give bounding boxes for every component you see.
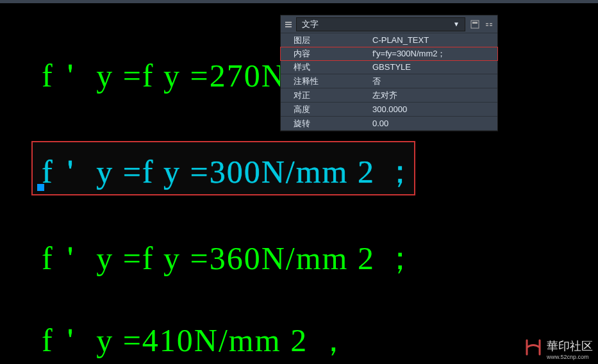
svg-rect-6 xyxy=(490,23,492,24)
prop-value: 0.00 xyxy=(367,119,497,128)
prop-label: 内容 xyxy=(281,48,367,60)
svg-rect-1 xyxy=(285,24,292,25)
panel-object-type-dropdown[interactable]: 文字 ▼ xyxy=(296,17,465,31)
watermark: 華印社区 www.52cnp.com xyxy=(524,338,593,360)
svg-rect-4 xyxy=(472,22,478,24)
properties-panel: 文字 ▼ 图层 C-PLAN_TEXT 内容 f'y=fy=300N/mm2； … xyxy=(280,15,498,131)
prop-value: 左对齐 xyxy=(367,90,497,101)
prop-label: 样式 xyxy=(281,62,367,73)
watermark-url: www.52cnp.com xyxy=(547,354,589,360)
prop-row-annotative[interactable]: 注释性 否 xyxy=(281,74,497,88)
dropdown-arrow-icon: ▼ xyxy=(453,21,460,28)
prop-value: GBSTYLE xyxy=(367,62,497,72)
properties-table: 图层 C-PLAN_TEXT 内容 f'y=fy=300N/mm2； 样式 GB… xyxy=(281,33,497,131)
panel-options-icon[interactable] xyxy=(483,19,495,30)
prop-row-content[interactable]: 内容 f'y=fy=300N/mm2； xyxy=(280,47,498,61)
prop-row-layer[interactable]: 图层 C-PLAN_TEXT xyxy=(281,33,497,47)
svg-rect-7 xyxy=(486,25,488,26)
cad-text-line-3[interactable]: f＇ y =f y =360N/mm 2 ； xyxy=(42,237,417,280)
prop-value: f'y=fy=300N/mm2； xyxy=(367,48,497,60)
cad-text-line-2-selected[interactable]: f＇ y =f y =300N/mm 2 ； xyxy=(42,151,417,194)
cad-text-line-1[interactable]: f＇ y =f y =270N xyxy=(42,54,286,97)
svg-rect-8 xyxy=(490,25,492,26)
selection-grip[interactable] xyxy=(37,184,44,191)
prop-label: 高度 xyxy=(281,104,367,115)
svg-rect-3 xyxy=(471,21,479,28)
prop-label: 注释性 xyxy=(281,76,367,87)
prop-row-height[interactable]: 高度 300.0000 xyxy=(281,103,497,117)
svg-rect-2 xyxy=(285,26,292,28)
prop-value: 300.0000 xyxy=(367,104,497,114)
window-border xyxy=(0,0,598,3)
svg-rect-0 xyxy=(285,22,292,23)
panel-toolbar-icons xyxy=(469,19,495,30)
cad-text-line-4[interactable]: f＇ y =410N/mm 2 ， xyxy=(42,319,351,362)
prop-value: C-PLAN_TEXT xyxy=(367,35,497,45)
prop-label: 图层 xyxy=(281,35,367,46)
panel-menu-icon[interactable] xyxy=(283,19,294,29)
prop-value: 否 xyxy=(367,76,497,87)
svg-rect-5 xyxy=(486,23,488,24)
watermark-text: 華印社区 www.52cnp.com xyxy=(547,338,593,360)
quick-select-icon[interactable] xyxy=(469,19,481,30)
watermark-logo-icon xyxy=(524,339,543,360)
prop-label: 旋转 xyxy=(281,118,367,129)
panel-title-text: 文字 xyxy=(302,19,319,30)
panel-header: 文字 ▼ xyxy=(281,15,497,33)
prop-row-rotation[interactable]: 旋转 0.00 xyxy=(281,117,497,131)
prop-row-style[interactable]: 样式 GBSTYLE xyxy=(281,60,497,74)
watermark-title: 華印社区 xyxy=(547,338,593,354)
prop-row-justify[interactable]: 对正 左对齐 xyxy=(281,88,497,103)
prop-label: 对正 xyxy=(281,90,367,101)
